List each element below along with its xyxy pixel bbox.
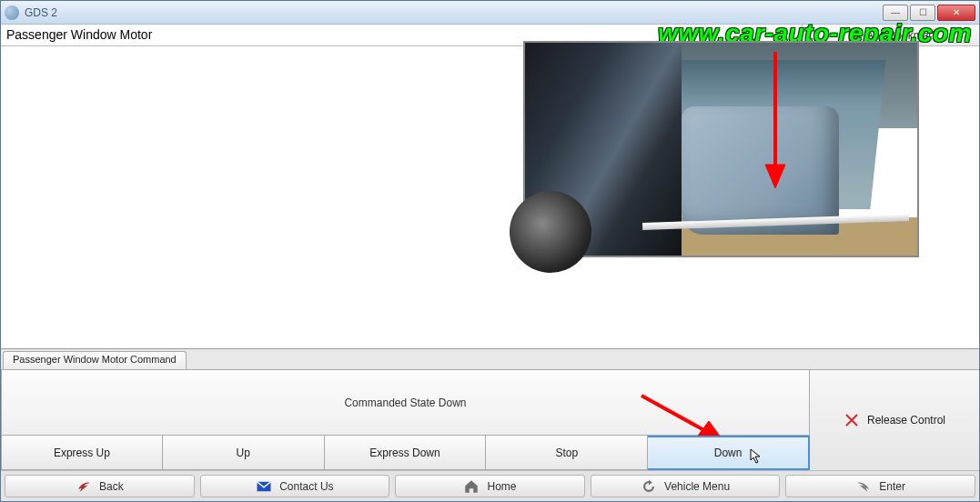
express-down-button[interactable]: Express Down (325, 436, 487, 470)
release-x-icon (844, 412, 860, 428)
window-title: GDS 2 (25, 6, 57, 19)
up-button[interactable]: Up (163, 436, 325, 470)
minimize-button[interactable]: — (883, 5, 908, 21)
refresh-icon (641, 478, 657, 495)
tab-row: Passenger Window Motor Command (1, 349, 979, 369)
stop-button[interactable]: Stop (486, 436, 648, 470)
home-icon (463, 478, 480, 495)
down-button[interactable]: Down (648, 436, 810, 470)
enter-label: Enter (879, 480, 905, 493)
express-up-button[interactable]: Express Up (1, 436, 163, 470)
content-area: www.car-auto-repair.com Passenger Window… (1, 25, 979, 501)
app-icon (5, 5, 19, 20)
window-direction-arrow-icon (762, 52, 789, 188)
home-label: Home (487, 480, 516, 493)
bottom-nav: Back Contact Us Home Vehicle Menu Enter (1, 470, 979, 501)
enter-arrow-icon (855, 478, 872, 495)
release-control-label: Release Control (867, 414, 945, 427)
maximize-button[interactable]: ☐ (910, 5, 935, 21)
cursor-icon (750, 448, 763, 465)
vehicle-menu-label: Vehicle Menu (664, 480, 730, 493)
back-button[interactable]: Back (5, 475, 195, 497)
stop-label: Stop (555, 447, 578, 459)
home-button[interactable]: Home (395, 475, 585, 497)
command-grid: Commanded State Down Release Control Exp… (1, 369, 979, 470)
release-control-button[interactable]: Release Control (810, 370, 979, 470)
back-arrow-icon (76, 478, 92, 495)
enter-button[interactable]: Enter (785, 475, 975, 497)
titlebar[interactable]: GDS 2 — ☐ ✕ (1, 1, 979, 25)
vehicle-menu-button[interactable]: Vehicle Menu (591, 475, 781, 497)
up-label: Up (237, 447, 250, 459)
main-area (1, 46, 979, 348)
app-window: GDS 2 — ☐ ✕ www.car-auto-repair.com Pass… (0, 0, 980, 502)
tab-command[interactable]: Passenger Window Motor Command (3, 351, 187, 369)
contact-label: Contact Us (279, 480, 333, 493)
svg-line-2 (642, 396, 711, 434)
bookmark-label: Add Bookmark (866, 29, 938, 42)
envelope-icon (256, 478, 272, 495)
vehicle-image (523, 41, 919, 257)
close-button[interactable]: ✕ (937, 5, 975, 21)
express-up-label: Express Up (54, 447, 110, 459)
express-down-label: Express Down (369, 447, 439, 459)
down-label: Down (714, 447, 743, 459)
contact-us-button[interactable]: Contact Us (200, 475, 390, 497)
command-panel: Passenger Window Motor Command Commanded… (1, 348, 979, 470)
svg-marker-1 (765, 165, 785, 188)
back-label: Back (99, 480, 124, 493)
